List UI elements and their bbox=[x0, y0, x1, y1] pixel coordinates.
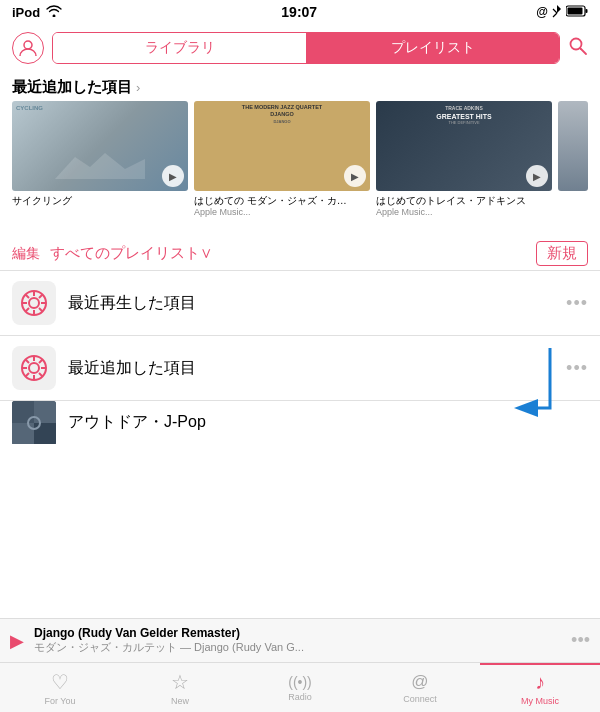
tab-bar: ♡ For You ☆ New ((•)) Radio @ Connect ♪ … bbox=[0, 662, 600, 712]
now-playing-subtitle: モダン・ジャズ・カルテット — Django (Rudy Van G... bbox=[34, 640, 561, 655]
now-playing-info: Django (Rudy Van Gelder Remaster) モダン・ジャ… bbox=[34, 626, 561, 655]
arrow-annotation bbox=[450, 348, 570, 428]
album-cover-1: CYCLING ▶ bbox=[12, 101, 188, 191]
svg-marker-6 bbox=[55, 153, 145, 179]
album-3-sub: Apple Music... bbox=[376, 207, 552, 217]
album-3-play-btn[interactable]: ▶ bbox=[526, 165, 548, 187]
nav-tabs: ライブラリ プレイリスト bbox=[52, 32, 560, 64]
svg-rect-29 bbox=[12, 401, 34, 423]
profile-avatar[interactable] bbox=[12, 32, 44, 64]
svg-rect-2 bbox=[568, 7, 583, 14]
play-pause-button[interactable]: ▶ bbox=[10, 630, 24, 652]
connect-icon: @ bbox=[411, 672, 428, 692]
album-1-name: サイクリング bbox=[12, 194, 188, 207]
new-icon: ☆ bbox=[171, 670, 189, 694]
tab-radio[interactable]: ((•)) Radio bbox=[240, 663, 360, 712]
tab-connect[interactable]: @ Connect bbox=[360, 663, 480, 712]
now-playing-bar: ▶ Django (Rudy Van Gelder Remaster) モダン・… bbox=[0, 618, 600, 662]
album-3-name: はじめてのトレイス・アドキンス bbox=[376, 194, 552, 207]
svg-point-9 bbox=[29, 298, 39, 308]
tab-my-music[interactable]: ♪ My Music bbox=[480, 663, 600, 712]
time-display: 19:07 bbox=[281, 4, 317, 20]
now-playing-more-button[interactable]: ••• bbox=[571, 630, 590, 651]
for-you-icon: ♡ bbox=[51, 670, 69, 694]
tab-connect-label: Connect bbox=[403, 694, 437, 704]
album-2-name: はじめての モダン・ジャズ・カ… bbox=[194, 194, 370, 207]
svg-line-17 bbox=[26, 308, 30, 312]
my-music-icon: ♪ bbox=[535, 671, 545, 694]
album-row: CYCLING ▶ サイクリング THE MODERN JAZZ QUARTET… bbox=[0, 101, 600, 231]
tab-playlist[interactable]: プレイリスト bbox=[306, 33, 559, 63]
nav-bar: ライブラリ プレイリスト bbox=[0, 24, 600, 72]
svg-rect-1 bbox=[586, 9, 588, 13]
status-right: @ bbox=[536, 4, 588, 21]
tab-for-you[interactable]: ♡ For You bbox=[0, 663, 120, 712]
album-1-play-btn[interactable]: ▶ bbox=[162, 165, 184, 187]
recently-added-chevron: › bbox=[136, 80, 140, 95]
album-2-sub: Apple Music... bbox=[194, 207, 370, 217]
album-item-3[interactable]: TRACE ADKINS GREATEST HITS THE DEFINITIV… bbox=[376, 101, 552, 231]
list-item[interactable]: 最近再生した項目 ••• bbox=[0, 270, 600, 335]
playlist-icon-recent-added bbox=[12, 346, 56, 390]
svg-line-16 bbox=[39, 295, 43, 299]
tab-radio-label: Radio bbox=[288, 692, 312, 702]
all-playlists-label: すべてのプレイリスト∨ bbox=[50, 244, 536, 263]
svg-point-3 bbox=[24, 41, 32, 49]
search-button[interactable] bbox=[568, 36, 588, 61]
svg-point-19 bbox=[29, 363, 39, 373]
svg-point-4 bbox=[571, 38, 582, 49]
wifi-icon bbox=[46, 5, 62, 20]
svg-line-26 bbox=[39, 360, 43, 364]
playlist-name-1: 最近再生した項目 bbox=[68, 293, 554, 314]
playlist-cover-3 bbox=[12, 401, 56, 445]
album-item-1[interactable]: CYCLING ▶ サイクリング bbox=[12, 101, 188, 231]
status-left: iPod bbox=[12, 5, 62, 20]
tab-new[interactable]: ☆ New bbox=[120, 663, 240, 712]
now-playing-title: Django (Rudy Van Gelder Remaster) bbox=[34, 626, 561, 640]
bluetooth-icon bbox=[552, 4, 562, 21]
album-cover-2: THE MODERN JAZZ QUARTETDJANGODJANGO ▶ bbox=[194, 101, 370, 191]
svg-rect-30 bbox=[34, 423, 56, 445]
playlists-header: 編集 すべてのプレイリスト∨ 新規 bbox=[0, 237, 600, 268]
svg-line-25 bbox=[39, 373, 43, 377]
album-2-play-btn[interactable]: ▶ bbox=[344, 165, 366, 187]
recently-added-title: 最近追加した項目 bbox=[12, 78, 132, 97]
album-item-4[interactable] bbox=[558, 101, 588, 231]
svg-line-27 bbox=[26, 373, 30, 377]
album-item-2[interactable]: THE MODERN JAZZ QUARTETDJANGODJANGO ▶ はじ… bbox=[194, 101, 370, 231]
tab-my-music-label: My Music bbox=[521, 696, 559, 706]
album-cover-3: TRACE ADKINS GREATEST HITS THE DEFINITIV… bbox=[376, 101, 552, 191]
radio-icon: ((•)) bbox=[288, 674, 312, 690]
svg-line-14 bbox=[26, 295, 30, 299]
playlist-dots-1[interactable]: ••• bbox=[566, 293, 588, 314]
status-bar: iPod 19:07 @ bbox=[0, 0, 600, 24]
tab-for-you-label: For You bbox=[44, 696, 75, 706]
tab-library[interactable]: ライブラリ bbox=[53, 33, 306, 63]
playlist-icon-recent-played bbox=[12, 281, 56, 325]
new-playlist-button[interactable]: 新規 bbox=[536, 241, 588, 266]
at-icon: @ bbox=[536, 5, 548, 19]
svg-line-15 bbox=[39, 308, 43, 312]
svg-line-5 bbox=[581, 48, 587, 54]
album-cover-4 bbox=[558, 101, 588, 191]
recently-added-header[interactable]: 最近追加した項目 › bbox=[0, 72, 600, 101]
battery-icon bbox=[566, 5, 588, 20]
edit-button[interactable]: 編集 bbox=[12, 245, 40, 263]
device-label: iPod bbox=[12, 5, 40, 20]
tab-new-label: New bbox=[171, 696, 189, 706]
svg-line-24 bbox=[26, 360, 30, 364]
